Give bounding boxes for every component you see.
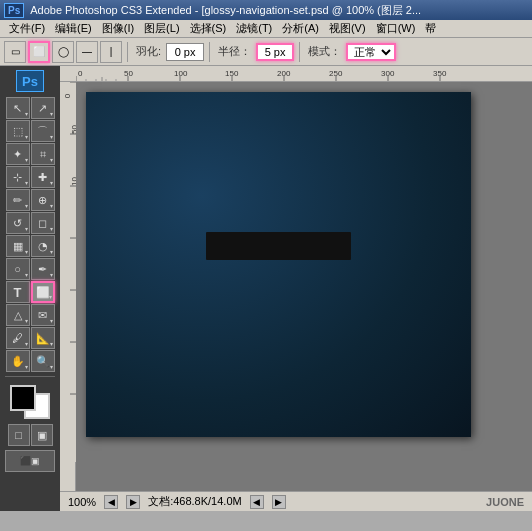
- menu-view[interactable]: 视图(V): [324, 20, 371, 37]
- tool-direct-select[interactable]: ↗▾: [31, 97, 55, 119]
- status-bar: 100% ◀ ▶ 文档:468.8K/14.0M ◀ ▶ JUONE: [60, 491, 532, 511]
- tool-shape[interactable]: △▾: [6, 304, 30, 326]
- tool-row-2: ⬚▾ ⌒▾: [6, 120, 55, 142]
- tool-heal[interactable]: ✚▾: [31, 166, 55, 188]
- feather-label: 羽化:: [136, 44, 161, 59]
- svg-text:0: 0: [63, 93, 72, 98]
- tool-brush[interactable]: ✏▾: [6, 189, 30, 211]
- svg-text:150: 150: [225, 69, 239, 78]
- nav-prev[interactable]: ◀: [104, 495, 118, 509]
- tool-row-9: T ⬜▾: [6, 281, 55, 303]
- canvas[interactable]: [86, 92, 471, 437]
- tool-history[interactable]: ↺▾: [6, 212, 30, 234]
- toolbar-marquee-ellipse[interactable]: ◯: [52, 41, 74, 63]
- menu-image[interactable]: 图像(I): [97, 20, 139, 37]
- ruler-v-and-canvas: 0 50 10: [60, 82, 532, 491]
- title-bar: Ps Adobe Photoshop CS3 Extended - [gloss…: [0, 0, 532, 20]
- doc-info: 文档:468.8K/14.0M: [148, 494, 242, 509]
- svg-rect-22: [60, 82, 76, 462]
- menu-filter[interactable]: 滤镜(T): [231, 20, 277, 37]
- tool-row-8: ○▾ ✒▾: [6, 258, 55, 280]
- menu-bar: 文件(F) 编辑(E) 图像(I) 图层(L) 选择(S) 滤镜(T) 分析(A…: [0, 20, 532, 38]
- svg-text:350: 350: [433, 69, 447, 78]
- tool-arrow[interactable]: ↖▾: [6, 97, 30, 119]
- tool-type[interactable]: T: [6, 281, 30, 303]
- toolbox-sep: [5, 376, 55, 377]
- tool-row-6: ↺▾ ◻▾: [6, 212, 55, 234]
- menu-analysis[interactable]: 分析(A): [277, 20, 324, 37]
- svg-text:200: 200: [277, 69, 291, 78]
- toolbar-sep3: [299, 42, 300, 62]
- toolbar-marquee-1row[interactable]: —: [76, 41, 98, 63]
- window-title: Adobe Photoshop CS3 Extended - [glossy-n…: [30, 3, 421, 18]
- toolbar-sep2: [209, 42, 210, 62]
- radius-label: 半径：: [218, 44, 251, 59]
- toolbar-sep1: [127, 42, 128, 62]
- tool-quick-mask[interactable]: ▣: [31, 424, 53, 446]
- tool-measure[interactable]: 📐▾: [31, 327, 55, 349]
- tool-path-select[interactable]: ⬜▾: [31, 281, 55, 303]
- zoom-level: 100%: [68, 496, 96, 508]
- tool-screen-mode[interactable]: ⬛▣: [5, 450, 55, 472]
- tool-row-10: △▾ ✉▾: [6, 304, 55, 326]
- tool-row-4: ⊹▾ ✚▾: [6, 166, 55, 188]
- menu-window[interactable]: 窗口(W): [371, 20, 421, 37]
- feather-input[interactable]: [166, 43, 204, 61]
- tool-gradient[interactable]: ▦▾: [6, 235, 30, 257]
- tool-quick-select[interactable]: ✦▾: [6, 143, 30, 165]
- tool-row-12: ✋▾ 🔍▾: [6, 350, 55, 372]
- tool-row-5: ✏▾ ⊕▾: [6, 189, 55, 211]
- ps-logo: Ps: [4, 3, 24, 18]
- tool-crop[interactable]: ⌗▾: [31, 143, 55, 165]
- mode-label: 模式：: [308, 44, 341, 59]
- tool-lasso[interactable]: ⌒▾: [31, 120, 55, 142]
- toolbar-marquee-rect[interactable]: ▭: [4, 41, 26, 63]
- canvas-area: 0 50 100 150 200 250 300 350: [60, 66, 532, 511]
- canvas-wrapper: [76, 82, 532, 491]
- tool-standard-mode[interactable]: □: [8, 424, 30, 446]
- ruler-vertical: 0 50 10: [60, 82, 76, 491]
- tool-hand[interactable]: ✋▾: [6, 350, 30, 372]
- menu-file[interactable]: 文件(F): [4, 20, 50, 37]
- svg-text:50: 50: [124, 69, 133, 78]
- svg-text:0: 0: [78, 69, 83, 78]
- tool-zoom[interactable]: 🔍▾: [31, 350, 55, 372]
- main-area: Ps ↖▾ ↗▾ ⬚▾ ⌒▾ ✦▾ ⌗▾ ⊹▾ ✚▾ ✏▾ ⊕▾ ↺▾ ◻▾ ▦…: [0, 66, 532, 511]
- status-arrow-left[interactable]: ◀: [250, 495, 264, 509]
- svg-text:250: 250: [329, 69, 343, 78]
- mode-select[interactable]: 正常: [346, 43, 396, 61]
- tool-slice[interactable]: ⊹▾: [6, 166, 30, 188]
- tool-row-3: ✦▾ ⌗▾: [6, 143, 55, 165]
- toolbar-marquee-1col[interactable]: |: [100, 41, 122, 63]
- svg-text:100: 100: [174, 69, 188, 78]
- canvas-shape-rect: [206, 232, 351, 260]
- tool-row-11: 🖋▾ 📐▾: [6, 327, 55, 349]
- ruler-horizontal: 0 50 100 150 200 250 300 350: [60, 66, 532, 82]
- status-arrow-right[interactable]: ▶: [272, 495, 286, 509]
- nav-next[interactable]: ▶: [126, 495, 140, 509]
- color-swatch: [10, 385, 50, 419]
- tool-row-1: ↖▾ ↗▾: [6, 97, 55, 119]
- tool-eraser[interactable]: ◻▾: [31, 212, 55, 234]
- menu-help[interactable]: 帮: [420, 20, 441, 37]
- foreground-color[interactable]: [10, 385, 36, 411]
- tool-row-7: ▦▾ ◔▾: [6, 235, 55, 257]
- tool-rect-select[interactable]: ⬚▾: [6, 120, 30, 142]
- toolbox-ps-logo: Ps: [16, 70, 44, 92]
- tool-notes[interactable]: ✉▾: [31, 304, 55, 326]
- tool-dodge[interactable]: ○▾: [6, 258, 30, 280]
- menu-edit[interactable]: 编辑(E): [50, 20, 97, 37]
- radius-input[interactable]: [256, 43, 294, 61]
- svg-text:300: 300: [381, 69, 395, 78]
- tool-eyedropper[interactable]: 🖋▾: [6, 327, 30, 349]
- menu-select[interactable]: 选择(S): [185, 20, 232, 37]
- toolbox: Ps ↖▾ ↗▾ ⬚▾ ⌒▾ ✦▾ ⌗▾ ⊹▾ ✚▾ ✏▾ ⊕▾ ↺▾ ◻▾ ▦…: [0, 66, 60, 511]
- watermark: JUONE: [486, 496, 524, 508]
- toolbar-marquee-rounded[interactable]: ⬜: [28, 41, 50, 63]
- tool-blur[interactable]: ◔▾: [31, 235, 55, 257]
- menu-layer[interactable]: 图层(L): [139, 20, 184, 37]
- toolbar: ▭ ⬜ ◯ — | 羽化: 半径： 模式： 正常: [0, 38, 532, 66]
- tool-pen[interactable]: ✒▾: [31, 258, 55, 280]
- tool-stamp[interactable]: ⊕▾: [31, 189, 55, 211]
- tool-row-mode: □ ▣: [8, 424, 53, 446]
